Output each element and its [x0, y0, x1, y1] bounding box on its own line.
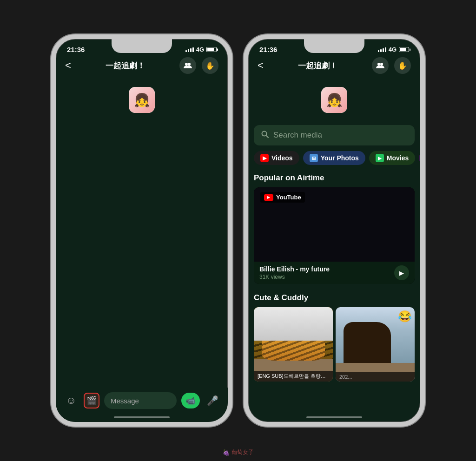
tiger-background: [254, 307, 333, 382]
message-placeholder: Message: [111, 397, 139, 405]
category-twitch[interactable]: t Twitch: [419, 151, 420, 165]
right-avatar: 👧: [321, 87, 347, 113]
video-info-bar: Billie Eilish - my future 31K views ▶: [254, 262, 415, 284]
category-movies[interactable]: ▶ Movies: [369, 151, 415, 165]
right-wave-button[interactable]: ✋: [394, 57, 411, 74]
signal-bar-3: [190, 48, 192, 52]
right-people-button[interactable]: [372, 57, 389, 74]
movies-label: Movies: [387, 154, 409, 162]
right-battery-fill: [400, 48, 406, 51]
emoji-icon: ☺: [66, 395, 76, 407]
right-wave-icon: ✋: [398, 61, 407, 70]
search-svg: [261, 131, 269, 138]
video-title: Billie Eilish - my future: [259, 265, 330, 273]
mic-icon: 🎤: [207, 395, 218, 406]
video-meta: Billie Eilish - my future 31K views: [259, 265, 330, 280]
left-message-input[interactable]: Message: [104, 392, 177, 409]
photos-label: Your Photos: [321, 154, 359, 162]
youtube-logo: ▶ YouTube: [260, 192, 305, 203]
dog-label-strip: 202...: [336, 372, 415, 382]
tiger-label-strip: [ENG SUB]도베르만을 호랑이로 변신시키다: [254, 371, 333, 382]
right-signal-bars: [378, 47, 386, 52]
popular-video-card: ▶ YouTube Billie Eilish - my future 31K …: [254, 187, 415, 284]
cuddly-row: [ENG SUB]도베르만을 호랑이로 변신시키다 😂 202...: [248, 307, 420, 382]
left-media-button[interactable]: 🎬: [84, 393, 99, 408]
left-wave-button[interactable]: ✋: [202, 57, 218, 74]
left-chat-area: [56, 120, 228, 306]
left-header: < 一起追劇！ ✋: [56, 55, 228, 78]
signal-bar-r4: [385, 47, 386, 52]
dog-card[interactable]: 😂 202...: [336, 307, 415, 382]
left-avatar: 👧: [129, 87, 155, 113]
video-views: 31K views: [259, 274, 330, 280]
dog-label: 202...: [339, 374, 411, 380]
left-people-button[interactable]: [179, 57, 196, 74]
video-play-button[interactable]: ▶: [394, 265, 409, 280]
signal-bar-1: [185, 50, 187, 52]
right-chat-title: 一起追劇！: [298, 60, 337, 71]
left-chat-title: 一起追劇！: [106, 60, 145, 71]
left-home-indicator: [114, 416, 170, 418]
search-bar[interactable]: Search media: [254, 125, 415, 145]
right-status-right: 4G: [378, 46, 409, 53]
right-network: 4G: [389, 46, 397, 53]
left-signal-bars: [185, 47, 194, 52]
right-avatar-emoji: 👧: [326, 92, 343, 108]
right-back-button[interactable]: <: [258, 59, 264, 72]
svg-point-2: [377, 63, 380, 66]
right-header: < 一起追劇！ ✋: [248, 55, 420, 78]
video-call-icon: 📹: [186, 396, 195, 405]
room-wall: [254, 307, 333, 341]
tiger-card[interactable]: [ENG SUB]도베르만을 호랑이로 변신시키다: [254, 307, 333, 382]
yt-icon: ▶: [264, 194, 273, 201]
cuddly-section-heading: Cute & Cuddly: [248, 290, 420, 307]
left-mic-button[interactable]: 🎤: [205, 393, 220, 408]
watermark-icon: 🍇: [223, 449, 230, 456]
wave-icon: ✋: [205, 61, 215, 70]
signal-bar-4: [192, 47, 194, 52]
battery-fill: [207, 48, 214, 51]
svg-line-5: [266, 136, 269, 138]
video-thumbnail: ▶ YouTube: [254, 187, 415, 262]
left-video-call-button[interactable]: 📹: [181, 393, 200, 408]
tiger-label: [ENG SUB]도베르만을 호랑이로 변신시키다: [258, 373, 329, 380]
avatar-emoji: 👧: [134, 92, 150, 108]
category-row: ▶ Videos ⊞ Your Photos ▶ Movies t Twitch: [248, 149, 420, 171]
right-header-icons: ✋: [372, 57, 411, 74]
signal-bar-2: [188, 49, 189, 52]
left-phone: 21:36 4G < 一起追劇！: [51, 34, 232, 427]
svg-point-1: [188, 63, 191, 66]
left-emoji-button[interactable]: ☺: [63, 393, 79, 408]
category-videos[interactable]: ▶ Videos: [254, 151, 299, 165]
right-avatar-bubble: 👧: [248, 78, 420, 120]
left-header-icons: ✋: [179, 57, 218, 74]
svg-point-3: [380, 63, 383, 66]
svg-point-0: [185, 63, 188, 66]
left-battery: [206, 47, 217, 52]
right-phone: 21:36 4G < 一起追劇！: [244, 34, 425, 427]
right-time: 21:36: [259, 46, 277, 53]
search-placeholder-text: Search media: [273, 131, 322, 140]
left-network: 4G: [196, 46, 204, 53]
signal-bar-r1: [378, 50, 379, 52]
right-battery: [399, 47, 409, 52]
popular-section-heading: Popular on Airtime: [248, 171, 420, 187]
left-status-bar: 21:36 4G: [56, 39, 228, 55]
left-status-right: 4G: [185, 46, 217, 53]
left-avatar-bubble: 👧: [56, 78, 228, 120]
watermark-text: 葡萄女子: [231, 448, 254, 456]
search-icon: [261, 131, 269, 140]
signal-bar-r3: [383, 48, 384, 52]
movies-cat-icon: ▶: [376, 154, 384, 162]
watermark: 🍇 葡萄女子: [223, 448, 254, 456]
yt-text: YouTube: [276, 194, 301, 201]
signal-bar-r2: [380, 49, 382, 52]
left-back-button[interactable]: <: [65, 59, 71, 72]
photos-cat-icon: ⊞: [310, 154, 318, 162]
videos-label: Videos: [271, 154, 293, 162]
right-people-icon: [376, 62, 384, 69]
media-icon: 🎬: [86, 395, 97, 406]
left-time: 21:36: [67, 46, 85, 53]
category-photos[interactable]: ⊞ Your Photos: [303, 151, 365, 165]
youtube-cat-icon: ▶: [260, 154, 269, 162]
